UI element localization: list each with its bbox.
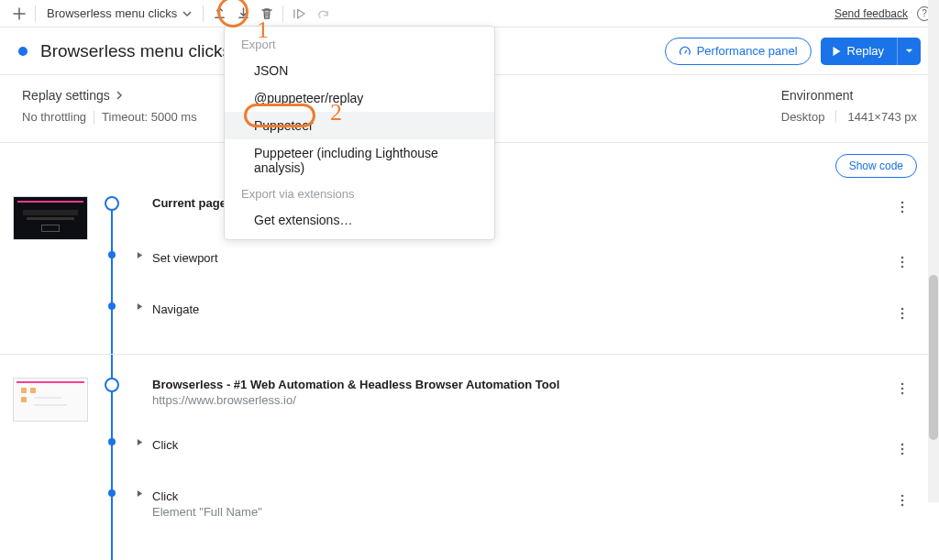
menu-heading-export: Export	[225, 32, 494, 57]
step-item[interactable]: Navigate	[136, 302, 917, 324]
svg-point-2	[901, 206, 904, 209]
recording-name: Browserless menu clicks	[47, 6, 177, 20]
scrollbar-thumb[interactable]	[929, 275, 938, 440]
svg-point-16	[901, 495, 904, 498]
step-item[interactable]: Click Element "Full Name"	[136, 489, 917, 519]
play-icon	[832, 46, 842, 57]
svg-point-1	[901, 202, 904, 204]
page-thumbnail	[13, 196, 88, 240]
divider	[835, 110, 836, 123]
menu-item-puppeteer[interactable]: Puppeteer	[225, 112, 494, 139]
step-label: Click	[152, 489, 893, 503]
svg-point-17	[901, 500, 904, 502]
svg-point-6	[901, 266, 904, 269]
divider	[282, 5, 283, 22]
more-vert-icon	[900, 256, 904, 269]
step-item[interactable]: Set viewport	[136, 251, 917, 273]
gauge-icon	[679, 45, 691, 58]
export-button[interactable]	[231, 2, 255, 26]
menu-item-get-extensions[interactable]: Get extensions…	[225, 206, 494, 234]
replay-label: Replay	[847, 44, 884, 58]
import-button[interactable]	[207, 2, 231, 26]
expand-icon[interactable]	[136, 489, 145, 498]
svg-point-15	[901, 453, 904, 456]
performance-panel-button[interactable]: Performance panel	[665, 38, 812, 65]
caret-down-icon	[905, 47, 913, 55]
more-vert-icon	[900, 443, 904, 456]
step-menu-button[interactable]	[893, 251, 911, 273]
timeline	[103, 378, 121, 524]
svg-point-14	[901, 448, 904, 451]
divider	[35, 5, 36, 22]
step-title: Browserless - #1 Web Automation & Headle…	[152, 378, 893, 391]
menu-item-json[interactable]: JSON	[225, 57, 494, 84]
chevron-right-icon	[116, 91, 123, 100]
more-vert-icon	[900, 201, 904, 214]
timeout-value: Timeout: 5000 ms	[102, 110, 197, 124]
perf-panel-label: Performance panel	[697, 44, 798, 58]
chevron-down-icon	[182, 9, 192, 18]
divider	[203, 5, 204, 22]
step-menu-button[interactable]	[893, 302, 911, 324]
step-label: Set viewport	[152, 251, 893, 265]
step-url: https://www.browserless.io/	[152, 393, 893, 407]
svg-point-13	[901, 444, 904, 446]
step-sublabel: Element "Full Name"	[152, 505, 893, 519]
step-item[interactable]: Click	[136, 438, 917, 460]
more-vert-icon	[900, 382, 904, 395]
step-menu-button[interactable]	[893, 196, 911, 218]
svg-point-10	[901, 383, 904, 386]
show-code-button[interactable]: Show code	[835, 154, 917, 178]
step-item[interactable]: Browserless - #1 Web Automation & Headle…	[136, 378, 917, 407]
step-section: Browserless - #1 Web Automation & Headle…	[13, 354, 917, 524]
replay-settings-label: Replay settings	[22, 88, 110, 103]
environment-label: Environment	[781, 88, 917, 103]
svg-point-3	[901, 211, 904, 214]
more-vert-icon	[900, 307, 904, 320]
send-feedback-link[interactable]: Send feedback	[834, 7, 908, 20]
svg-point-7	[901, 308, 904, 311]
step-over-button[interactable]	[311, 2, 335, 26]
replay-settings-toggle[interactable]: Replay settings	[22, 88, 197, 103]
recording-dot-icon	[18, 47, 28, 56]
svg-point-18	[901, 504, 904, 507]
step-label: Navigate	[152, 302, 893, 316]
svg-point-0	[319, 16, 321, 17]
step-label: Click	[152, 438, 893, 452]
env-dimensions: 1441×743 px	[847, 110, 917, 124]
export-menu: Export JSON @puppeteer/replay Puppeteer …	[224, 26, 495, 240]
svg-point-12	[901, 392, 904, 395]
svg-point-8	[901, 313, 904, 315]
step-menu-button[interactable]	[893, 378, 911, 400]
menu-item-puppeteer-lighthouse[interactable]: Puppeteer (including Lighthouse analysis…	[225, 139, 494, 181]
env-device: Desktop	[781, 110, 825, 124]
more-vert-icon	[900, 494, 904, 507]
menu-heading-extensions: Export via extensions	[225, 181, 494, 206]
svg-point-5	[901, 261, 904, 264]
replay-button[interactable]: Replay	[821, 38, 897, 65]
page-title: Browserless menu clicks	[40, 41, 231, 61]
menu-item-puppeteer-replay[interactable]: @puppeteer/replay	[225, 84, 494, 112]
expand-icon[interactable]	[136, 302, 145, 311]
svg-point-4	[901, 257, 904, 259]
recording-selector[interactable]: Browserless menu clicks	[39, 2, 199, 26]
expand-icon[interactable]	[136, 438, 145, 446]
add-recording-button[interactable]	[7, 2, 31, 26]
divider	[94, 111, 94, 124]
svg-point-11	[901, 388, 904, 390]
expand-icon[interactable]	[136, 251, 145, 259]
svg-point-9	[901, 317, 904, 320]
timeline	[103, 196, 121, 334]
step-menu-button[interactable]	[893, 438, 911, 460]
page-thumbnail	[13, 378, 88, 422]
throttling-value: No throttling	[22, 110, 86, 124]
step-menu-button[interactable]	[893, 489, 911, 511]
top-toolbar: Browserless menu clicks Send feedback ?	[0, 0, 939, 27]
replay-dropdown-button[interactable]	[897, 38, 921, 65]
step-play-button[interactable]	[287, 2, 311, 26]
delete-button[interactable]	[255, 2, 279, 26]
